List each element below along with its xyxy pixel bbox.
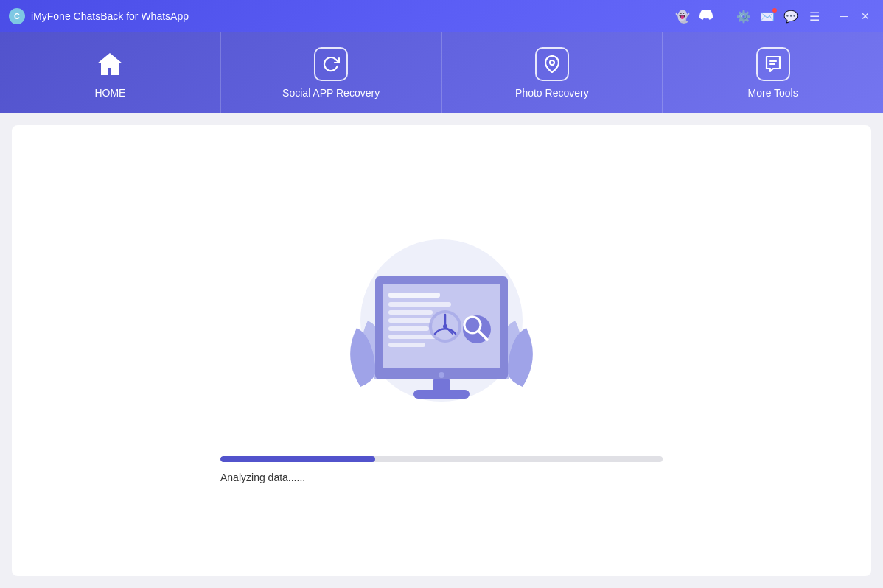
progress-bar-track [220,456,663,462]
app-title: iMyFone ChatsBack for WhatsApp [31,10,189,22]
nav-item-more-tools[interactable]: More Tools [663,32,883,113]
progress-section: Analyzing data...... [220,456,663,484]
main-content: Analyzing data...... [12,125,871,576]
nav-item-home[interactable]: HOME [0,32,221,113]
social-app-icon [314,47,348,81]
more-tools-icon [756,47,790,81]
menu-icon[interactable]: ☰ [806,10,823,24]
illustration [301,217,582,427]
svg-rect-8 [388,310,433,315]
ghost-icon[interactable]: 👻 [674,10,691,24]
nav-label-home: HOME [94,87,125,99]
chat-icon[interactable]: 💬 [783,10,799,24]
minimize-button[interactable]: ─ [836,9,852,24]
svg-point-21 [439,372,444,378]
svg-rect-7 [388,302,451,307]
window-controls: ─ ✕ [836,9,874,24]
svg-rect-12 [388,343,425,347]
svg-rect-10 [388,326,429,331]
close-button[interactable]: ✕ [856,9,874,24]
nav-label-social-app-recovery: Social APP Recovery [282,87,380,99]
title-bar-left: C iMyFone ChatsBack for WhatsApp [9,8,189,24]
nav-item-photo-recovery[interactable]: Photo Recovery [442,32,663,113]
settings-icon[interactable]: ⚙️ [736,10,752,24]
home-icon [93,47,127,81]
svg-rect-6 [388,293,440,298]
progress-text: Analyzing data...... [220,472,305,483]
nav-bar: HOME Social APP Recovery Photo Recovery [0,32,883,113]
nav-item-social-app-recovery[interactable]: Social APP Recovery [221,32,442,113]
progress-bar-fill [220,456,375,462]
mail-icon[interactable]: ✉️ [759,10,775,24]
title-bar: C iMyFone ChatsBack for WhatsApp 👻 ⚙️ ✉️… [0,0,883,32]
nav-label-more-tools: More Tools [748,87,798,99]
svg-rect-20 [413,390,470,399]
notification-dot [772,8,777,13]
nav-label-photo-recovery: Photo Recovery [515,87,589,99]
divider [725,9,725,24]
svg-point-0 [550,60,554,65]
discord-icon[interactable] [698,8,714,24]
app-logo: C [9,8,25,24]
photo-recovery-icon [535,47,569,81]
title-bar-icons: 👻 ⚙️ ✉️ 💬 ☰ ─ ✕ [674,8,874,24]
